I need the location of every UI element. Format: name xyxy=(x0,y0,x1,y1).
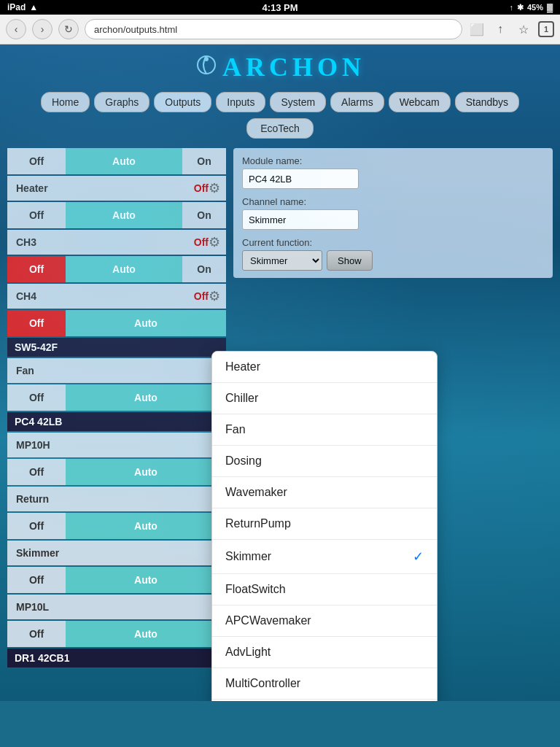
logo-icon xyxy=(195,53,218,82)
function-select[interactable]: Skimmer xyxy=(242,250,322,271)
ch4-name: CH4 xyxy=(16,290,194,302)
ch3-name: CH3 xyxy=(16,236,194,248)
dropdown-item-label: AdvLight xyxy=(225,646,271,659)
channel-name-input[interactable] xyxy=(242,209,359,230)
function-dropdown: HeaterChillerFanDosingWavemakerReturnPum… xyxy=(211,351,438,701)
nav-home[interactable]: Home xyxy=(41,92,90,112)
dropdown-item-wavemaker[interactable]: Wavemaker xyxy=(212,477,437,508)
logo-text: ARCHON xyxy=(222,52,365,82)
dropdown-item-timedcontroller[interactable]: TimedController xyxy=(212,700,437,701)
dropdown-item-floatswitch[interactable]: FloatSwitch xyxy=(212,574,437,605)
svg-point-1 xyxy=(204,57,209,61)
dropdown-item-label: ReturnPump xyxy=(225,517,291,530)
dropdown-item-dosing[interactable]: Dosing xyxy=(212,446,437,477)
ch4-status: Off xyxy=(194,290,209,302)
dropdown-item-chiller[interactable]: Chiller xyxy=(212,383,437,414)
dropdown-item-heater[interactable]: Heater xyxy=(212,352,437,383)
dropdown-checkmark: ✓ xyxy=(413,549,424,565)
nav-system[interactable]: System xyxy=(270,92,326,112)
logo-area: ARCHON xyxy=(0,44,560,86)
dropdown-item-skimmer[interactable]: Skimmer✓ xyxy=(212,540,437,574)
battery-icon: ▓ xyxy=(547,3,553,12)
status-bar-left: iPad ▲ xyxy=(7,2,38,12)
mp10h-auto-btn[interactable]: Auto xyxy=(66,459,226,485)
url-bar[interactable]: archon/outputs.html xyxy=(85,19,462,39)
mp10l-name: MP10L xyxy=(16,601,212,613)
share-button[interactable]: ⬜ xyxy=(468,20,486,38)
on-btn-2[interactable]: On xyxy=(182,202,226,228)
ch3-gear-icon[interactable]: ⚙ xyxy=(209,234,220,250)
dropdown-item-returnpump[interactable]: ReturnPump xyxy=(212,508,437,540)
refresh-button[interactable]: ↻ xyxy=(58,19,79,39)
on-btn-3[interactable]: On xyxy=(182,256,226,282)
off-btn-1[interactable]: Off xyxy=(7,148,66,174)
dropdown-item-advlight[interactable]: AdvLight xyxy=(212,637,437,668)
fan-row: Off Auto xyxy=(7,384,226,411)
mp10l-off-btn[interactable]: Off xyxy=(7,621,66,647)
off-btn-4[interactable]: Off xyxy=(7,310,66,336)
show-button[interactable]: Show xyxy=(327,250,373,271)
off-btn-3[interactable]: Off xyxy=(7,256,66,282)
skimmer-auto-btn[interactable]: Auto xyxy=(66,567,226,593)
nav-standbys[interactable]: Standbys xyxy=(455,92,519,112)
carrier-label: iPad xyxy=(7,2,26,12)
ch4-label-row: CH4 Off ⚙ xyxy=(7,284,226,309)
off-btn-2[interactable]: Off xyxy=(7,202,66,228)
heater-name: Heater xyxy=(16,182,194,194)
bookmark-button[interactable]: ☆ xyxy=(515,20,532,38)
channel-label: Channel name: xyxy=(242,196,544,207)
skimmer-row: Off Auto xyxy=(7,567,226,593)
nav-inputs[interactable]: Inputs xyxy=(216,92,265,112)
tab-count[interactable]: 1 xyxy=(538,21,554,37)
dropdown-item-fan[interactable]: Fan xyxy=(212,414,437,446)
auto-btn-2[interactable]: Auto xyxy=(66,202,182,228)
dropdown-item-label: Fan xyxy=(225,423,246,436)
export-button[interactable]: ↑ xyxy=(491,20,509,38)
url-text: archon/outputs.html xyxy=(94,24,177,35)
ch3-label-row: CH3 Off ⚙ xyxy=(7,230,226,255)
nav-alarms[interactable]: Alarms xyxy=(330,92,384,112)
on-btn-1[interactable]: On xyxy=(182,148,226,174)
nav-outputs[interactable]: Outputs xyxy=(154,92,211,112)
return-row: Off Auto xyxy=(7,513,226,539)
ch3-status: Off xyxy=(194,236,209,248)
skimmer-off-btn[interactable]: Off xyxy=(7,567,66,593)
forward-button[interactable]: › xyxy=(32,19,52,39)
function-label: Current function: xyxy=(242,237,544,248)
page-background: ARCHON Home Graphs Outputs Inputs System… xyxy=(0,44,560,701)
fan-off-btn[interactable]: Off xyxy=(7,384,66,411)
dropdown-item-label: Heater xyxy=(225,360,260,374)
fan-auto-btn[interactable]: Auto xyxy=(66,384,226,411)
mp10h-off-btn[interactable]: Off xyxy=(7,459,66,485)
dropdown-item-multicontroller[interactable]: MultiController xyxy=(212,668,437,700)
status-bar-right: ↑ ✱ 45% ▓ xyxy=(509,3,553,12)
dropdown-item-label: Wavemaker xyxy=(225,486,287,499)
function-row: Skimmer Show xyxy=(242,250,544,271)
wifi-icon: ▲ xyxy=(29,2,38,12)
heater-gear-icon[interactable]: ⚙ xyxy=(209,180,220,196)
dropdown-item-apcwavemaker[interactable]: APCWavemaker xyxy=(212,605,437,637)
dropdown-item-label: APCWavemaker xyxy=(225,614,311,627)
return-auto-btn[interactable]: Auto xyxy=(66,513,226,539)
nav-webcam[interactable]: Webcam xyxy=(389,92,451,112)
mp10l-label-row: MP10L On xyxy=(7,595,226,619)
section-dr1: DR1 42CB1 xyxy=(7,649,226,667)
nav-ecotech[interactable]: EcoTech xyxy=(246,118,314,139)
auto-btn-1[interactable]: Auto xyxy=(66,148,182,174)
browser-chrome: ‹ › ↻ archon/outputs.html ⬜ ↑ ☆ 1 xyxy=(0,15,560,44)
mp10h-row: Off Auto xyxy=(7,459,226,485)
ch4-gear-icon[interactable]: ⚙ xyxy=(209,288,220,304)
back-button[interactable]: ‹ xyxy=(6,19,26,39)
mp10l-auto-btn[interactable]: Auto xyxy=(66,621,226,647)
skimmer-label-row: Skimmer On xyxy=(7,541,226,565)
mp10l-row: Off Auto xyxy=(7,621,226,647)
auto-btn-4[interactable]: Auto xyxy=(66,310,226,336)
auto-btn-3[interactable]: Auto xyxy=(66,256,182,282)
section-sw5: SW5-42F xyxy=(7,338,226,357)
module-name-input[interactable] xyxy=(242,169,359,189)
battery-label: 45% xyxy=(527,3,543,12)
module-form: Module name: Channel name: Current funct… xyxy=(233,148,553,278)
nav-graphs[interactable]: Graphs xyxy=(94,92,149,112)
fan-name: Fan xyxy=(16,365,212,376)
return-off-btn[interactable]: Off xyxy=(7,513,66,539)
